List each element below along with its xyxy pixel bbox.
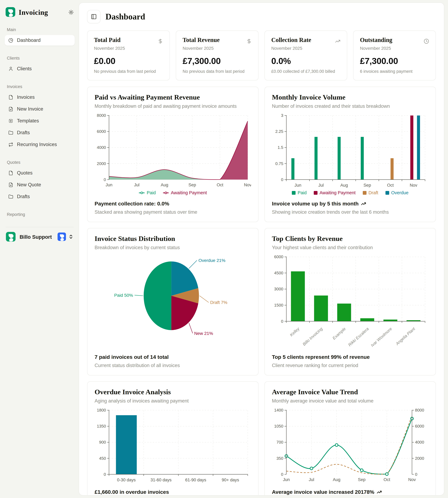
file-icon [8, 95, 13, 100]
sidebar-section-reporting: Reporting [5, 212, 75, 217]
chart-footer: Average invoice value increased 20178% G… [272, 484, 428, 496]
user-menu[interactable]: Billo Support [5, 227, 75, 247]
stat-title: Total Paid [94, 36, 125, 43]
chart-subtitle: Aging analysis of invoices awaiting paym… [95, 398, 251, 404]
stat-card-total-revenue: Total Revenue November 2025 £7,300.00 No… [176, 31, 258, 80]
sidebar-item-drafts[interactable]: Drafts [5, 191, 75, 202]
area-chart-svg: 0 2000 4000 6000 8000JunJulAugSepOctNov [95, 113, 251, 189]
pie-label: Paid 50% [114, 293, 133, 298]
stat-value: £0.00 [94, 56, 163, 66]
legend-item-draft: Draft [363, 190, 378, 195]
sidebar-section-main: Main Dashboard [5, 27, 75, 46]
svg-text:Jul: Jul [134, 182, 140, 187]
svg-text:0: 0 [281, 319, 283, 324]
svg-text:Oct: Oct [387, 183, 394, 187]
svg-text:6000: 6000 [274, 255, 283, 259]
sidebar-section-label: Clients [5, 56, 75, 61]
svg-text:700: 700 [276, 440, 283, 445]
svg-text:350: 350 [276, 456, 283, 461]
svg-text:Example: Example [332, 327, 347, 341]
stat-period: November 2025 [360, 46, 392, 51]
sidebar-item-new-quote[interactable]: New Quote [5, 179, 75, 190]
chart-subtitle: Monthly average invoice value and total … [272, 398, 428, 404]
chart-footer-note: Showing invoice creation trends over the… [272, 209, 428, 215]
sidebar-item-invoices[interactable]: Invoices [5, 92, 75, 103]
svg-text:3000: 3000 [274, 287, 283, 292]
svg-text:Oct: Oct [217, 182, 223, 187]
stat-card-outstanding: Outstanding November 2025 £7,300.00 6 in… [353, 31, 436, 80]
chart-pie-icon [8, 38, 13, 43]
sidebar-section-label: Quotes [5, 160, 75, 165]
chart-card-paid-vs-awaiting-payment-revenue: Paid vs Awaiting Payment Revenue Monthly… [87, 87, 258, 222]
svg-text:0-30 days: 0-30 days [117, 478, 136, 482]
stat-value: 0.0% [271, 56, 340, 66]
svg-text:1.5: 1.5 [278, 145, 283, 150]
stat-note: 6 invoices awaiting payment [360, 69, 429, 74]
stats-row: Total Paid November 2025 £0.00 No previo… [87, 31, 436, 80]
pie-chart-svg: Overdue 21%Draft 7%New 21%Paid 50% [95, 254, 251, 336]
pie-label: New 21% [194, 331, 213, 336]
svg-text:2.25: 2.25 [275, 129, 283, 134]
legend-item-overdue: Overdue [385, 190, 408, 195]
sidebar-item-drafts[interactable]: Drafts [5, 127, 75, 138]
chart-footer-note: Stacked area showing payment status over… [95, 209, 251, 215]
chart-legend: PaidAwaiting Payment [95, 190, 251, 195]
stat-period: November 2025 [183, 46, 220, 51]
chart-footer: Top 5 clients represent 99% of revenue C… [272, 349, 428, 368]
theme-toggle-button[interactable] [68, 10, 74, 15]
svg-text:Ivar Woolmore: Ivar Woolmore [370, 327, 393, 348]
trending-up-icon [335, 39, 340, 45]
chart-title: Average Invoice Value Trend [272, 388, 428, 396]
sidebar-item-label: Invoices [17, 94, 35, 100]
chart-title: Top Clients by Revenue [272, 234, 428, 243]
chart-footer: £1,660.00 in overdue invoices Follow up … [95, 484, 251, 496]
chart-title: Monthly Invoice Volume [272, 93, 428, 101]
chart-footer-highlight: Invoice volume up by 5 this month [272, 201, 428, 207]
chart-subtitle: Breakdown of invoices by current status [95, 245, 251, 250]
stat-note: £0.00 collected of £7,300.00 billed [271, 69, 340, 74]
sidebar-item-recurring-invoices[interactable]: Recurring Invoices [5, 139, 75, 150]
sidebar-item-clients[interactable]: Clients [5, 63, 75, 74]
sidebar-item-dashboard[interactable]: Dashboard [5, 35, 75, 46]
sidebar-collapse-button[interactable] [87, 10, 100, 23]
chart-title: Paid vs Awaiting Payment Revenue [95, 93, 251, 101]
chart-legend: PaidAwaiting PaymentDraftOverdue [272, 190, 428, 195]
svg-text:31-60 days: 31-60 days [151, 478, 172, 482]
sidebar-item-label: Dashboard [17, 37, 41, 43]
svg-text:Rikki Escalera: Rikki Escalera [347, 327, 370, 347]
chart-plot: 0 350 700 1050 1400 0 2000 4000 6000 800… [272, 408, 428, 484]
grouped-bar-chart-svg: 0 0.75 1.5 2.25 3JunJulAugSepOctNov [272, 113, 428, 189]
chart-footer-highlight: 7 paid invoices out of 14 total [95, 354, 251, 360]
sidebar-item-label: New Invoice [17, 106, 43, 112]
workspace-logo-icon [58, 233, 66, 242]
svg-text:0: 0 [281, 177, 283, 182]
svg-text:0.75: 0.75 [275, 161, 283, 166]
chevrons-up-down-icon[interactable] [68, 234, 73, 240]
stat-title: Collection Rate [271, 36, 311, 43]
pie-label: Overdue 21% [198, 258, 225, 263]
legend-item-paid: Paid [139, 190, 156, 195]
sidebar-section-label: Reporting [5, 212, 75, 217]
svg-text:Jun: Jun [283, 477, 290, 482]
chart-footer-highlight: Average invoice value increased 20178% [272, 489, 428, 495]
svg-text:1350: 1350 [97, 424, 106, 428]
svg-text:4000: 4000 [97, 145, 106, 150]
chart-footer: Invoice volume up by 5 this month Showin… [272, 195, 428, 215]
stat-card-total-paid: Total Paid November 2025 £0.00 No previo… [87, 31, 170, 80]
sidebar-item-new-invoice[interactable]: New Invoice [5, 104, 75, 114]
svg-text:90+ days: 90+ days [222, 478, 239, 482]
dollar-icon [158, 39, 163, 45]
repeat-icon [8, 142, 13, 147]
svg-text:Nov: Nov [244, 182, 251, 187]
stat-note: No previous data from last period [94, 69, 163, 74]
legend-item-awaiting-payment: Awaiting Payment [314, 190, 356, 195]
bar-chart-svg: 0 450 900 1350 18000-30 days31-60 days61… [95, 408, 251, 484]
dual-line-chart-svg: 0 350 700 1050 1400 0 2000 4000 6000 800… [272, 408, 428, 484]
sidebar-nav: Main Dashboard Clients Clients Invoices … [5, 18, 75, 220]
sidebar-header: Invoicing [5, 7, 75, 18]
sidebar-item-quotes[interactable]: Quotes [5, 168, 75, 178]
stat-period: November 2025 [271, 46, 311, 51]
svg-text:Jul: Jul [318, 183, 324, 187]
sidebar-item-templates[interactable]: Templates [5, 116, 75, 126]
svg-text:Kelley: Kelley [289, 326, 301, 338]
